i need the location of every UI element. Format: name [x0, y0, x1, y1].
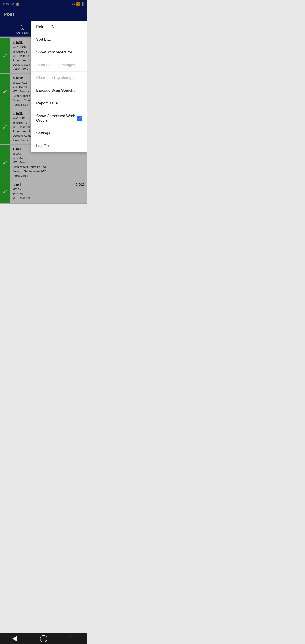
menu-item-showorders[interactable]: Show work orders for... — [31, 46, 87, 59]
menu-showorders-label: Show work orders for... — [36, 50, 75, 54]
menu-clearpending-label: Clear pending changes... — [36, 76, 78, 80]
checkmark-icon: ✓ — [78, 116, 81, 120]
menu-reportissue-label: Report Issue — [36, 101, 58, 106]
menu-item-settings[interactable]: Settings — [31, 127, 87, 140]
menu-settings-label: Settings — [36, 131, 50, 136]
menu-sendpending-label: Send pending changes... — [36, 63, 78, 67]
menu-item-sendpending: Send pending changes... — [31, 59, 87, 72]
menu-showcompleted-label: Show Completed Work Orders — [36, 114, 77, 123]
menu-item-showcompleted[interactable]: Show Completed Work Orders ✓ — [31, 110, 87, 127]
context-menu: Refresh Data Sort by... Show work orders… — [31, 20, 87, 152]
menu-item-barcode[interactable]: Barcode Scan Search... — [31, 84, 87, 97]
menu-item-logout[interactable]: Log Out — [31, 140, 87, 152]
menu-barcode-label: Barcode Scan Search... — [36, 88, 76, 93]
menu-item-clearpending: Clear pending changes... — [31, 72, 87, 84]
menu-item-refresh[interactable]: Refresh Data — [31, 20, 87, 33]
menu-logout-label: Log Out — [36, 144, 50, 148]
menu-item-sortby[interactable]: Sort by... — [31, 33, 87, 46]
menu-sortby-label: Sort by... — [36, 37, 51, 42]
menu-refresh-label: Refresh Data — [36, 24, 58, 29]
showcompleted-checkbox[interactable]: ✓ — [77, 116, 82, 121]
menu-item-reportissue[interactable]: Report Issue — [31, 97, 87, 110]
